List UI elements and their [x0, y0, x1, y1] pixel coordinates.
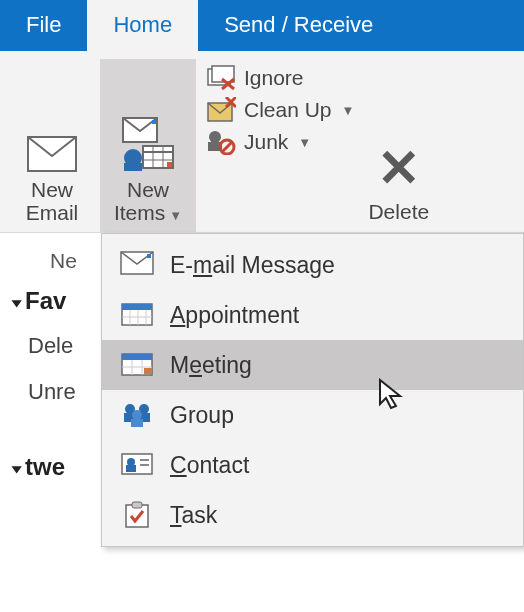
menu-group[interactable]: Group — [102, 390, 523, 440]
svg-line-21 — [222, 142, 232, 152]
svg-rect-10 — [167, 162, 172, 167]
svg-rect-35 — [144, 368, 151, 374]
svg-rect-25 — [122, 304, 152, 310]
tab-file[interactable]: File — [0, 0, 87, 51]
menu-appointment[interactable]: Appointment — [102, 290, 523, 340]
cursor-icon — [378, 378, 406, 412]
chevron-down-icon: ▼ — [342, 103, 355, 118]
svg-rect-31 — [122, 354, 152, 360]
junk-label: Junk — [244, 130, 288, 154]
junk-icon — [206, 129, 236, 155]
new-items-button[interactable]: NewItems▼ — [100, 59, 196, 232]
tab-home[interactable]: Home — [87, 0, 198, 51]
new-items-label-2: Items — [114, 201, 165, 224]
new-items-menu: E-mail Message Appointment Meeting Group… — [101, 233, 524, 547]
envelope-icon — [27, 136, 77, 172]
ribbon-tabs: File Home Send / Receive — [0, 0, 524, 51]
chevron-down-icon: ▼ — [169, 208, 182, 223]
ignore-label: Ignore — [244, 66, 304, 90]
email-icon — [120, 251, 154, 279]
new-email-button[interactable]: NewEmail — [4, 59, 100, 232]
menu-email-message[interactable]: E-mail Message — [102, 240, 523, 290]
task-icon — [120, 501, 154, 529]
menu-meeting[interactable]: Meeting — [102, 340, 523, 390]
meeting-icon — [120, 351, 154, 379]
svg-rect-23 — [147, 254, 151, 258]
ignore-icon — [206, 65, 236, 91]
group-icon — [120, 401, 154, 429]
chevron-down-icon: ▼ — [298, 135, 311, 150]
new-items-icon — [119, 116, 177, 172]
svg-marker-49 — [380, 380, 400, 408]
junk-button[interactable]: Junk ▼ — [206, 129, 354, 155]
delete-x-icon: ✕ — [377, 150, 421, 186]
svg-rect-4 — [124, 163, 142, 171]
svg-point-40 — [132, 410, 142, 420]
ignore-button[interactable]: Ignore — [206, 65, 354, 91]
svg-point-18 — [209, 131, 221, 143]
ribbon: NewEmail NewItems▼ Ignore — [0, 51, 524, 233]
svg-rect-2 — [152, 120, 156, 124]
delete-button[interactable]: ✕ Delete — [358, 59, 433, 232]
contact-icon — [120, 451, 154, 479]
calendar-icon — [120, 301, 154, 329]
cleanup-label: Clean Up — [244, 98, 332, 122]
cleanup-icon — [206, 97, 236, 123]
menu-contact[interactable]: Contact — [102, 440, 523, 490]
new-items-label-1: New — [127, 178, 169, 201]
tab-send-receive[interactable]: Send / Receive — [198, 0, 399, 51]
ribbon-ignore-group: Ignore Clean Up ▼ Junk ▼ — [196, 59, 358, 232]
svg-point-43 — [127, 458, 135, 466]
svg-rect-44 — [126, 465, 136, 472]
new-email-label-2: Email — [26, 201, 79, 224]
cleanup-button[interactable]: Clean Up ▼ — [206, 97, 354, 123]
svg-rect-41 — [131, 419, 143, 427]
new-email-label-1: New — [31, 178, 73, 201]
svg-rect-48 — [132, 502, 142, 508]
delete-label: Delete — [368, 200, 429, 224]
menu-task[interactable]: Task — [102, 490, 523, 540]
